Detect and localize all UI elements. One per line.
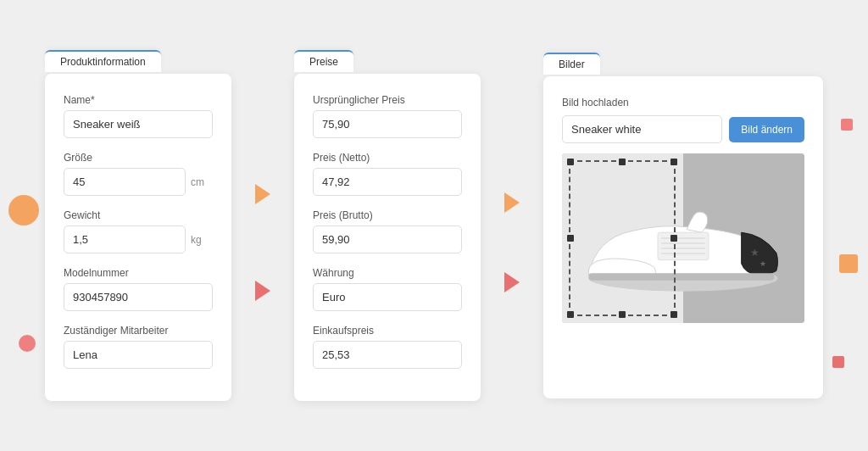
- prices-form: Ursprünglicher Preis Preis (Netto) Preis…: [294, 74, 481, 401]
- sneaker-image: ★ ★: [574, 180, 792, 296]
- label-waehrung: Währung: [313, 267, 462, 279]
- field-groesse: Größe cm: [64, 152, 213, 196]
- deco-pink-square-right: [841, 119, 853, 131]
- label-mitarbeiter: Zuständiger Mitarbeiter: [64, 325, 213, 337]
- deco-pink-circle: [19, 335, 36, 352]
- upload-filename-input[interactable]: [562, 115, 722, 143]
- label-einkaufspreis: Einkaufspreis: [313, 325, 462, 337]
- prices-panel: Preise Ursprünglicher Preis Preis (Netto…: [294, 74, 481, 401]
- unit-groesse: cm: [191, 176, 204, 188]
- field-einkaufspreis: Einkaufspreis: [313, 325, 462, 369]
- arrow-pink-2: [504, 272, 520, 292]
- field-modelnummer: Modelnummer: [64, 267, 213, 311]
- change-image-button[interactable]: Bild ändern: [729, 117, 804, 142]
- deco-orange-circle: [8, 195, 39, 226]
- arrows-group-2: [504, 192, 520, 292]
- input-groesse[interactable]: [64, 168, 186, 196]
- product-tab[interactable]: Produktinformation: [45, 50, 161, 72]
- deco-orange-square-right: [839, 254, 858, 273]
- unit-gewicht: kg: [191, 234, 202, 246]
- page-wrapper: Produktinformation Name* Größe cm Gewich…: [0, 0, 868, 451]
- arrow-orange-1: [255, 184, 270, 204]
- field-gewicht: Gewicht kg: [64, 209, 213, 253]
- label-preis-netto: Preis (Netto): [313, 152, 462, 164]
- svg-rect-3: [658, 232, 709, 260]
- svg-text:★: ★: [750, 247, 760, 259]
- field-name: Name*: [64, 94, 213, 138]
- input-orig-preis[interactable]: [313, 110, 462, 138]
- field-orig-preis: Ursprünglicher Preis: [313, 94, 462, 138]
- label-groesse: Größe: [64, 152, 213, 164]
- label-modelnummer: Modelnummer: [64, 267, 213, 279]
- input-gewicht[interactable]: [64, 226, 186, 253]
- field-mitarbeiter: Zuständiger Mitarbeiter: [64, 325, 213, 369]
- label-orig-preis: Ursprünglicher Preis: [313, 94, 462, 106]
- svg-rect-8: [588, 273, 774, 281]
- images-form: Bild hochladen Bild ändern: [543, 76, 823, 342]
- input-modelnummer[interactable]: [64, 283, 213, 311]
- input-preis-netto[interactable]: [313, 168, 462, 196]
- images-tab[interactable]: Bilder: [543, 53, 600, 75]
- input-name[interactable]: [64, 110, 213, 138]
- arrows-group-1: [255, 184, 270, 301]
- product-panel: Produktinformation Name* Größe cm Gewich…: [45, 74, 231, 401]
- deco-pink-square-right2: [832, 356, 844, 368]
- field-waehrung: Währung: [313, 267, 462, 311]
- field-preis-brutto: Preis (Brutto): [313, 209, 462, 253]
- arrow-orange-2: [504, 192, 520, 213]
- input-einkaufspreis[interactable]: [313, 341, 462, 369]
- upload-row: Bild ändern: [562, 115, 804, 143]
- label-name: Name*: [64, 94, 213, 106]
- svg-text:★: ★: [760, 259, 766, 268]
- arrow-pink-1: [255, 281, 270, 301]
- product-form: Name* Größe cm Gewicht kg: [45, 74, 231, 401]
- label-preis-brutto: Preis (Brutto): [313, 209, 462, 221]
- upload-label: Bild hochladen: [562, 97, 804, 109]
- label-gewicht: Gewicht: [64, 209, 213, 221]
- images-panel: Bilder Bild hochladen Bild ändern: [543, 76, 823, 398]
- prices-tab[interactable]: Preise: [294, 50, 353, 72]
- field-preis-netto: Preis (Netto): [313, 152, 462, 196]
- input-waehrung[interactable]: [313, 283, 462, 311]
- input-preis-brutto[interactable]: [313, 226, 462, 253]
- input-mitarbeiter[interactable]: [64, 341, 213, 369]
- image-preview: ★ ★: [562, 153, 804, 323]
